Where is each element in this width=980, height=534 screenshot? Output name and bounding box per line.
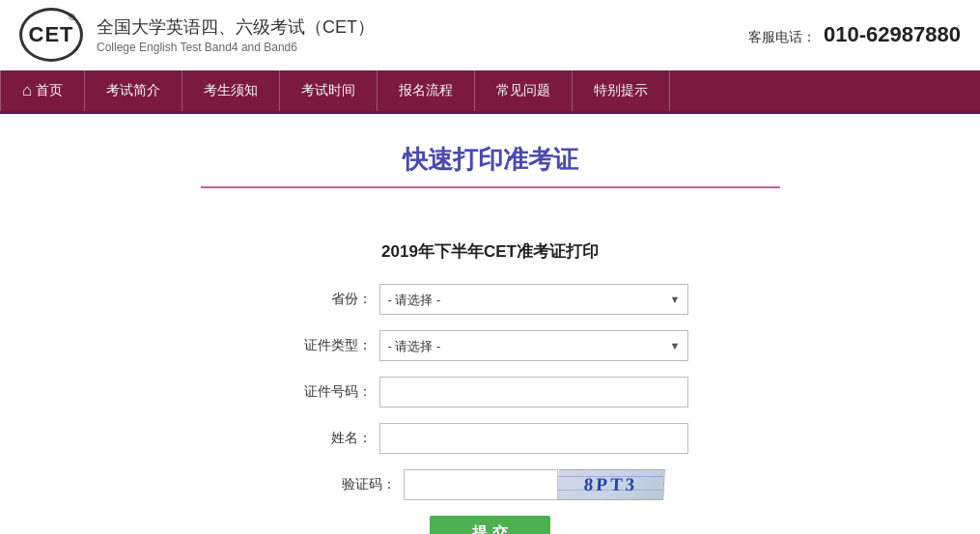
phone-number: 010-62987880: [824, 22, 961, 46]
nav-intro[interactable]: 考试简介: [85, 70, 182, 111]
main-nav: ⌂ 首页 考试简介 考生须知 考试时间 报名流程 常见问题 特别提示: [0, 70, 980, 111]
nav-home[interactable]: ⌂ 首页: [0, 70, 85, 111]
captcha-text: 8PT3: [583, 474, 637, 495]
captcha-image[interactable]: 8PT3: [557, 469, 665, 500]
captcha-container: 8PT3: [404, 469, 664, 500]
id-number-label: 证件号码：: [293, 383, 379, 401]
header: CET ® 全国大学英语四、六级考试（CET） College English …: [0, 0, 980, 70]
submit-row: 提 交: [201, 516, 780, 534]
nav-tips[interactable]: 特别提示: [573, 70, 670, 111]
nav-home-label: 首页: [36, 82, 63, 99]
province-select[interactable]: - 请选择 -: [379, 284, 688, 315]
id-number-input[interactable]: [379, 377, 688, 408]
contact-info: 客服电话： 010-62987880: [748, 22, 961, 47]
title-divider: [201, 186, 780, 188]
id-type-select-wrapper[interactable]: - 请选择 -: [379, 330, 688, 361]
form-subtitle: 2019年下半年CET准考证打印: [201, 240, 780, 263]
title-chinese: 全国大学英语四、六级考试（CET）: [97, 15, 375, 39]
service-label: 客服电话：: [748, 29, 816, 44]
page-title: 快速打印准考证: [403, 143, 578, 177]
form-card: 2019年下半年CET准考证打印 省份： - 请选择 - 证件类型： - 请选择…: [201, 217, 780, 534]
nav-faq[interactable]: 常见问题: [475, 70, 573, 111]
nav-notice[interactable]: 考生须知: [182, 70, 280, 111]
title-english: College English Test Band4 and Band6: [97, 41, 375, 54]
submit-button[interactable]: 提 交: [430, 516, 549, 534]
captcha-label: 验证码：: [317, 476, 404, 493]
logo-reg: ®: [69, 13, 76, 22]
province-row: 省份： - 请选择 -: [201, 284, 780, 315]
nav-time-label: 考试时间: [301, 82, 355, 99]
logo-area: CET ® 全国大学英语四、六级考试（CET） College English …: [19, 8, 375, 62]
id-type-select[interactable]: - 请选择 -: [379, 330, 688, 361]
captcha-input[interactable]: [404, 469, 558, 500]
main-content: 快速打印准考证 2019年下半年CET准考证打印 省份： - 请选择 - 证件类…: [0, 114, 980, 534]
nav-intro-label: 考试简介: [106, 82, 160, 99]
nav-time[interactable]: 考试时间: [280, 70, 378, 111]
nav-registration[interactable]: 报名流程: [378, 70, 475, 111]
name-label: 姓名：: [293, 430, 379, 447]
logo-text: CET: [29, 22, 74, 47]
nav-faq-label: 常见问题: [496, 82, 550, 99]
nav-notice-label: 考生须知: [204, 82, 258, 99]
nav-tips-label: 特别提示: [594, 82, 648, 99]
province-label: 省份：: [293, 291, 379, 308]
header-titles: 全国大学英语四、六级考试（CET） College English Test B…: [97, 15, 375, 54]
nav-registration-label: 报名流程: [399, 82, 453, 99]
province-select-wrapper[interactable]: - 请选择 -: [379, 284, 688, 315]
id-type-label: 证件类型：: [293, 337, 379, 354]
home-icon: ⌂: [22, 81, 32, 100]
name-row: 姓名：: [201, 423, 780, 454]
captcha-row: 验证码： 8PT3: [201, 469, 780, 500]
logo: CET ®: [19, 8, 83, 62]
name-input[interactable]: [379, 423, 688, 454]
id-type-row: 证件类型： - 请选择 -: [201, 330, 780, 361]
id-number-row: 证件号码：: [201, 377, 780, 408]
